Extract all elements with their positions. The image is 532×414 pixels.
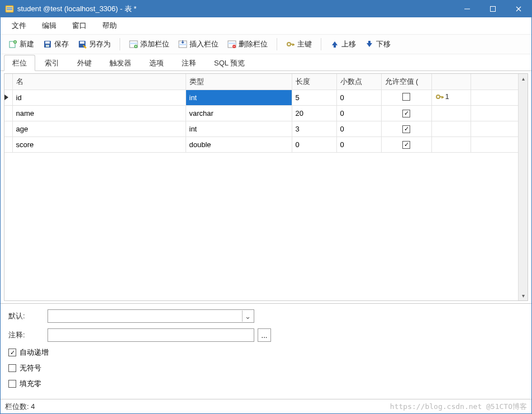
cell-length[interactable]: 3 xyxy=(292,121,336,137)
row-marker xyxy=(4,121,12,137)
checkbox-icon xyxy=(8,364,16,372)
col-name[interactable]: 名 xyxy=(12,74,186,90)
svg-rect-2 xyxy=(7,9,12,10)
cell-type[interactable]: int xyxy=(186,121,292,137)
tabstrip: 栏位 索引 外键 触发器 选项 注释 SQL 预览 xyxy=(1,54,531,71)
col-type[interactable]: 类型 xyxy=(186,74,292,90)
checkbox-icon xyxy=(8,380,16,388)
maximize-button[interactable] xyxy=(480,1,506,17)
cell-name[interactable]: score xyxy=(12,137,186,152)
cell-name[interactable]: age xyxy=(12,121,186,137)
row-marker xyxy=(4,105,12,121)
save-button[interactable]: 保存 xyxy=(39,37,73,51)
tab-foreign-keys[interactable]: 外键 xyxy=(69,55,100,71)
menu-help[interactable]: 帮助 xyxy=(94,18,125,33)
watermark: https://blog.csdn.net @51CTO博客 xyxy=(390,402,527,412)
cell-decimals[interactable]: 0 xyxy=(336,137,381,152)
cell-allow-null[interactable] xyxy=(381,137,431,152)
comment-label: 注释: xyxy=(8,330,48,340)
window-title: student @test (localhost_3306) - 表 * xyxy=(17,4,454,14)
menubar: 文件 编辑 窗口 帮助 xyxy=(1,17,531,34)
tab-triggers[interactable]: 触发器 xyxy=(101,55,140,71)
cell-type[interactable]: int xyxy=(186,90,292,105)
insert-field-label: 插入栏位 xyxy=(189,39,218,49)
primary-key-button[interactable]: 主键 xyxy=(282,37,316,51)
tab-options[interactable]: 选项 xyxy=(141,55,172,71)
grid-header: 名 类型 长度 小数点 允许空值 ( xyxy=(4,74,528,90)
svg-rect-1 xyxy=(7,7,12,8)
default-label: 默认: xyxy=(8,311,48,321)
cell-decimals[interactable]: 0 xyxy=(336,105,381,121)
cell-allow-null[interactable] xyxy=(381,90,431,105)
checkbox-icon xyxy=(402,110,410,117)
unsigned-checkbox[interactable]: 无符号 xyxy=(8,363,524,373)
move-down-button[interactable]: 下移 xyxy=(360,37,395,51)
cell-allow-null[interactable] xyxy=(381,121,431,137)
cell-name[interactable]: id xyxy=(12,90,186,105)
add-field-button[interactable]: 添加栏位 xyxy=(125,37,174,51)
zerofill-checkbox[interactable]: 填充零 xyxy=(8,379,524,389)
ellipsis-icon: ... xyxy=(262,331,268,340)
scroll-down-icon[interactable]: ▾ xyxy=(519,291,528,300)
primary-key-label: 主键 xyxy=(297,39,312,49)
cell-type[interactable]: varchar xyxy=(186,105,292,121)
cell-name[interactable]: name xyxy=(12,105,186,121)
col-length[interactable]: 长度 xyxy=(292,74,336,90)
toolbar-separator xyxy=(321,38,321,50)
menu-edit[interactable]: 编辑 xyxy=(34,18,64,33)
cell-key[interactable]: 1 xyxy=(431,90,471,105)
save-icon xyxy=(43,40,52,49)
save-as-button[interactable]: 另存为 xyxy=(73,37,115,51)
delete-field-label: 删除栏位 xyxy=(239,39,268,49)
new-icon xyxy=(8,40,17,49)
table-row[interactable]: namevarchar200 xyxy=(4,105,528,121)
menu-window[interactable]: 窗口 xyxy=(64,18,94,33)
add-field-icon xyxy=(129,40,138,49)
auto-increment-checkbox[interactable]: 自动递增 xyxy=(8,347,524,357)
cell-length[interactable]: 20 xyxy=(292,105,336,121)
col-key[interactable] xyxy=(431,74,471,90)
close-button[interactable] xyxy=(506,1,531,17)
tab-sql-preview[interactable]: SQL 预览 xyxy=(206,55,253,71)
cell-allow-null[interactable] xyxy=(381,105,431,121)
cell-key[interactable] xyxy=(431,105,471,121)
cell-length[interactable]: 5 xyxy=(292,90,336,105)
comment-browse-button[interactable]: ... xyxy=(258,328,271,342)
delete-field-button[interactable]: 删除栏位 xyxy=(223,37,272,51)
move-down-label: 下移 xyxy=(376,39,391,49)
tab-fields[interactable]: 栏位 xyxy=(4,55,35,71)
insert-field-icon xyxy=(178,40,187,49)
tab-indexes[interactable]: 索引 xyxy=(36,55,68,71)
cell-key[interactable] xyxy=(431,137,471,152)
col-allow-null[interactable]: 允许空值 ( xyxy=(381,74,431,90)
vertical-scrollbar[interactable]: ▴ ▾ xyxy=(518,74,528,300)
table-row[interactable]: scoredouble00 xyxy=(4,137,528,152)
auto-increment-label: 自动递增 xyxy=(20,347,49,357)
toolbar-separator xyxy=(277,38,277,50)
svg-point-12 xyxy=(85,47,87,49)
move-up-button[interactable]: 上移 xyxy=(326,37,360,51)
svg-rect-9 xyxy=(46,45,49,47)
cell-type[interactable]: double xyxy=(186,137,292,152)
cell-length[interactable]: 0 xyxy=(292,137,336,152)
svg-rect-4 xyxy=(491,7,496,12)
cell-decimals[interactable]: 0 xyxy=(336,90,381,105)
cell-key[interactable] xyxy=(431,121,471,137)
insert-field-button[interactable]: 插入栏位 xyxy=(174,37,223,51)
table-row[interactable]: ageint30 xyxy=(4,121,528,137)
new-button[interactable]: 新建 xyxy=(4,37,39,51)
col-decimals[interactable]: 小数点 xyxy=(336,74,381,90)
dropdown-icon[interactable]: ⌄ xyxy=(242,310,253,322)
minimize-button[interactable] xyxy=(454,1,480,17)
svg-rect-21 xyxy=(234,46,235,47)
scroll-up-icon[interactable]: ▴ xyxy=(519,74,528,83)
svg-rect-8 xyxy=(45,41,50,44)
default-select[interactable]: ⌄ xyxy=(48,309,254,323)
menu-file[interactable]: 文件 xyxy=(4,18,34,33)
tab-comment[interactable]: 注释 xyxy=(173,55,205,71)
comment-input[interactable] xyxy=(48,328,254,342)
cell-decimals[interactable]: 0 xyxy=(336,121,381,137)
table-row[interactable]: idint501 xyxy=(4,90,528,105)
delete-field-icon xyxy=(227,40,236,49)
titlebar: student @test (localhost_3306) - 表 * xyxy=(1,1,531,17)
